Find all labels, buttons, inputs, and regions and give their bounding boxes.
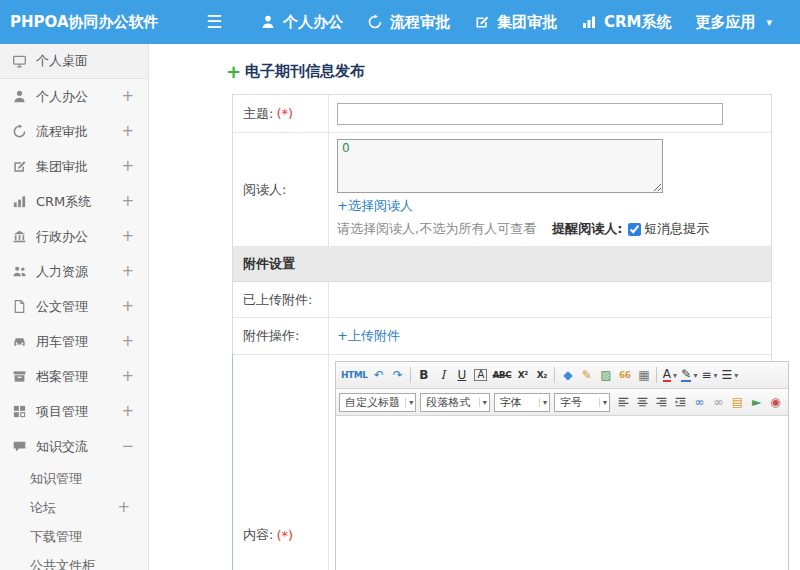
topbar-item-label: 更多应用 bbox=[696, 13, 756, 32]
ordered-list-button[interactable]: ≡▾ bbox=[699, 366, 719, 385]
archive-icon bbox=[12, 369, 27, 384]
topbar-item-personal-office[interactable]: 个人办公 bbox=[260, 13, 343, 32]
sidebar-item-document-management[interactable]: 公文管理+ bbox=[0, 289, 148, 324]
strikethrough-button[interactable]: ABC bbox=[490, 366, 513, 385]
sidebar-item-personal-desktop[interactable]: 个人桌面 bbox=[0, 44, 148, 79]
select-value: 字体 bbox=[500, 395, 522, 410]
select-readers-link[interactable]: +选择阅读人 bbox=[337, 197, 413, 215]
italic-button[interactable]: I bbox=[433, 366, 452, 385]
unlink-button[interactable]: ∞ bbox=[709, 393, 728, 412]
content-label: 内容: (*) bbox=[233, 355, 329, 570]
superscript-button[interactable]: X² bbox=[513, 366, 532, 385]
caret-down-icon: ▾ bbox=[479, 398, 487, 407]
text-color-icon: A bbox=[663, 368, 671, 382]
sidebar-subitem-knowledge-management[interactable]: 知识管理 bbox=[0, 464, 148, 493]
sidebar-item-crm-system[interactable]: CRM系统+ bbox=[0, 184, 148, 219]
sidebar-item-label: 公文管理 bbox=[36, 298, 121, 316]
underline-button[interactable]: U bbox=[452, 366, 471, 385]
toolbar-separator bbox=[656, 367, 657, 383]
caret-down-icon: ▾ bbox=[539, 398, 547, 407]
content-row: 内容: (*) HTML↶↷BIUAABCX²X₂◆✎▨66▦A▾✎▾≡▾☰▾ … bbox=[233, 355, 771, 570]
topbar-item-more-apps[interactable]: 更多应用▾ bbox=[696, 13, 773, 32]
expand-toggle-icon[interactable]: + bbox=[121, 229, 134, 244]
topbar-item-group-approval[interactable]: 集团审批 bbox=[474, 13, 557, 32]
readers-row: 阅读人: 0 +选择阅读人 请选择阅读人,不选为所有人可查看 提醒阅读人: 短消… bbox=[233, 133, 771, 247]
expand-toggle-icon[interactable]: − bbox=[121, 439, 134, 454]
text-color-button[interactable]: A▾ bbox=[660, 366, 679, 385]
readers-textarea[interactable]: 0 bbox=[337, 139, 663, 193]
heading-select[interactable]: 自定义标题▾ bbox=[339, 393, 416, 412]
link-button[interactable]: ∞ bbox=[690, 393, 709, 412]
subject-label-text: 主题: bbox=[243, 105, 273, 123]
paragraph-select[interactable]: 段落格式▾ bbox=[420, 393, 490, 412]
sidebar-item-vehicle-management[interactable]: 用车管理+ bbox=[0, 324, 148, 359]
media-button[interactable]: ► bbox=[747, 393, 766, 412]
table-button[interactable]: ▦ bbox=[634, 366, 653, 385]
sidebar-subitem-public-file-cabinet[interactable]: 公共文件柜 bbox=[0, 551, 148, 570]
expand-toggle-icon[interactable]: + bbox=[121, 404, 134, 419]
sidebar-item-group-approval[interactable]: 集团审批+ bbox=[0, 149, 148, 184]
sidebar-subitem-download-management[interactable]: 下载管理 bbox=[0, 522, 148, 551]
subject-input[interactable] bbox=[337, 103, 723, 125]
content-label-text: 内容: bbox=[243, 526, 273, 544]
redo-button[interactable]: ↷ bbox=[388, 366, 407, 385]
expand-toggle-icon[interactable]: + bbox=[121, 194, 134, 209]
highlight-color-button[interactable]: ✎▾ bbox=[679, 366, 699, 385]
font-size-select[interactable]: 字号▾ bbox=[554, 393, 610, 412]
select-value: 自定义标题 bbox=[345, 395, 400, 410]
sidebar-item-knowledge-exchange[interactable]: 知识交流− bbox=[0, 429, 148, 464]
caret-down-icon: ▾ bbox=[767, 16, 773, 29]
sidebar-item-archive-management[interactable]: 档案管理+ bbox=[0, 359, 148, 394]
page-title-text: 电子期刊信息发布 bbox=[245, 62, 365, 81]
indent-button[interactable] bbox=[671, 393, 690, 412]
align-center-button[interactable] bbox=[633, 393, 652, 412]
font-box-button[interactable]: A bbox=[471, 366, 490, 385]
flow-icon bbox=[12, 124, 27, 139]
undo-button[interactable]: ↶ bbox=[369, 366, 388, 385]
fill-color-button[interactable]: ▨ bbox=[596, 366, 615, 385]
indent-icon bbox=[674, 396, 687, 409]
toolbar-separator bbox=[554, 367, 555, 383]
uploaded-label: 已上传附件: bbox=[233, 282, 329, 317]
attachment-section-header: 附件设置 bbox=[233, 247, 771, 282]
readers-label: 阅读人: bbox=[233, 133, 329, 246]
project-icon bbox=[12, 404, 27, 419]
bold-button[interactable]: B bbox=[414, 366, 433, 385]
topbar-item-workflow-approval[interactable]: 流程审批 bbox=[367, 13, 450, 32]
expand-toggle-icon[interactable]: + bbox=[121, 124, 134, 139]
unordered-list-button[interactable]: ☰▾ bbox=[719, 366, 740, 385]
align-right-button[interactable] bbox=[652, 393, 671, 412]
sidebar-item-admin-office[interactable]: 行政办公+ bbox=[0, 219, 148, 254]
font-family-select[interactable]: 字体▾ bbox=[494, 393, 550, 412]
upload-attachment-link[interactable]: +上传附件 bbox=[337, 327, 400, 345]
expand-toggle-icon[interactable]: + bbox=[121, 369, 134, 384]
expand-toggle-icon[interactable]: + bbox=[117, 500, 130, 515]
image-button[interactable]: ▤ bbox=[728, 393, 747, 412]
sidebar-item-project-management[interactable]: 项目管理+ bbox=[0, 394, 148, 429]
unordered-list-icon: ☰ bbox=[721, 369, 732, 381]
expand-toggle-icon[interactable]: + bbox=[121, 264, 134, 279]
align-left-button[interactable] bbox=[614, 393, 633, 412]
fill-color-icon: ▨ bbox=[600, 369, 611, 381]
expand-toggle-icon[interactable]: + bbox=[121, 89, 134, 104]
quote-button[interactable]: 66 bbox=[615, 366, 634, 385]
sidebar-item-personal-office[interactable]: 个人办公+ bbox=[0, 79, 148, 114]
editor-content-area[interactable] bbox=[336, 416, 788, 570]
editor-toolbar-row1: HTML↶↷BIUAABCX²X₂◆✎▨66▦A▾✎▾≡▾☰▾ bbox=[336, 362, 788, 389]
subscript-button[interactable]: X₂ bbox=[532, 366, 551, 385]
desktop-icon bbox=[12, 54, 27, 69]
format-brush-button[interactable]: ✎ bbox=[577, 366, 596, 385]
remove-format-button[interactable]: ◆ bbox=[558, 366, 577, 385]
expand-toggle-icon[interactable]: + bbox=[121, 159, 134, 174]
menu-toggle-icon[interactable]: ☰ bbox=[206, 13, 236, 31]
expand-toggle-icon[interactable]: + bbox=[121, 299, 134, 314]
source-button[interactable]: HTML bbox=[339, 366, 369, 385]
sidebar-subitem-forum[interactable]: 论坛+ bbox=[0, 493, 148, 522]
expand-toggle-icon[interactable]: + bbox=[121, 334, 134, 349]
topbar-item-crm-system[interactable]: CRM系统 bbox=[581, 13, 672, 32]
sms-checkbox[interactable] bbox=[628, 223, 641, 236]
sidebar-item-human-resources[interactable]: 人力资源+ bbox=[0, 254, 148, 289]
sidebar-item-workflow-approval[interactable]: 流程审批+ bbox=[0, 114, 148, 149]
uploaded-attachments-row: 已上传附件: bbox=[233, 282, 771, 318]
map-button[interactable]: ◉ bbox=[766, 393, 785, 412]
